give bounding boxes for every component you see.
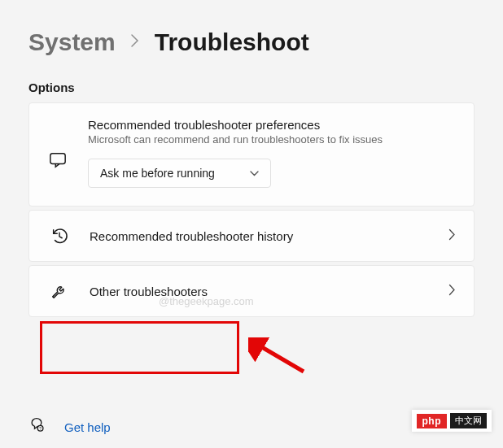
history-icon bbox=[47, 227, 72, 245]
svg-line-2 bbox=[256, 344, 304, 372]
wrench-icon bbox=[47, 282, 72, 300]
badge-tail-text: 中文网 bbox=[450, 413, 487, 428]
breadcrumb-parent[interactable]: System bbox=[28, 28, 116, 56]
preferences-title: Recommended troubleshooter preferences bbox=[88, 118, 457, 132]
get-help-row[interactable]: ? Get help bbox=[28, 417, 111, 437]
svg-text:?: ? bbox=[39, 426, 42, 431]
site-badge: php 中文网 bbox=[412, 410, 492, 432]
history-label: Recommended troubleshooter history bbox=[90, 229, 431, 243]
preferences-subtitle: Microsoft can recommend and run troubles… bbox=[88, 133, 457, 146]
annotation-arrow-icon bbox=[248, 337, 309, 381]
preferences-dropdown[interactable]: Ask me before running bbox=[88, 159, 271, 188]
section-label-options: Options bbox=[28, 80, 475, 94]
history-card[interactable]: Recommended troubleshooter history bbox=[28, 210, 475, 262]
get-help-link[interactable]: Get help bbox=[64, 420, 111, 434]
php-badge-text: php bbox=[417, 414, 448, 428]
chevron-down-icon bbox=[250, 168, 259, 178]
chevron-right-icon bbox=[130, 33, 140, 52]
breadcrumb: System Troubleshoot bbox=[28, 28, 475, 56]
chevron-right-icon bbox=[448, 284, 456, 299]
feedback-icon bbox=[46, 118, 70, 188]
preferences-card: Recommended troubleshooter preferences M… bbox=[28, 102, 475, 207]
other-troubleshooters-label: Other troubleshooters bbox=[90, 285, 431, 298]
dropdown-value: Ask me before running bbox=[100, 167, 215, 180]
chevron-right-icon bbox=[448, 228, 456, 244]
svg-rect-0 bbox=[50, 154, 65, 164]
other-troubleshooters-card[interactable]: Other troubleshooters bbox=[28, 265, 475, 317]
page-title: Troubleshoot bbox=[155, 28, 309, 56]
help-icon: ? bbox=[28, 417, 45, 437]
